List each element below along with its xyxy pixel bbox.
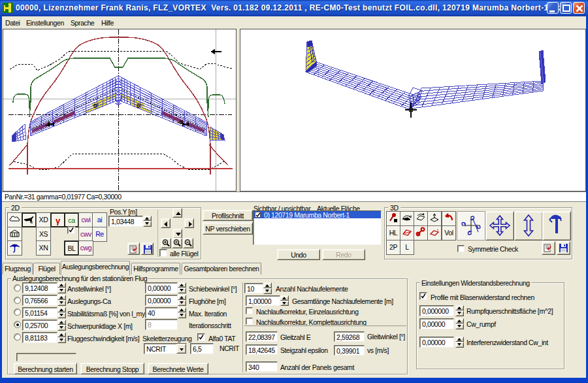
svg-text:-4°: -4° [45, 122, 52, 128]
svg-text:0°: 0° [137, 103, 142, 109]
svg-text:0°: 0° [93, 103, 99, 109]
svg-text:-4°: -4° [177, 119, 184, 125]
